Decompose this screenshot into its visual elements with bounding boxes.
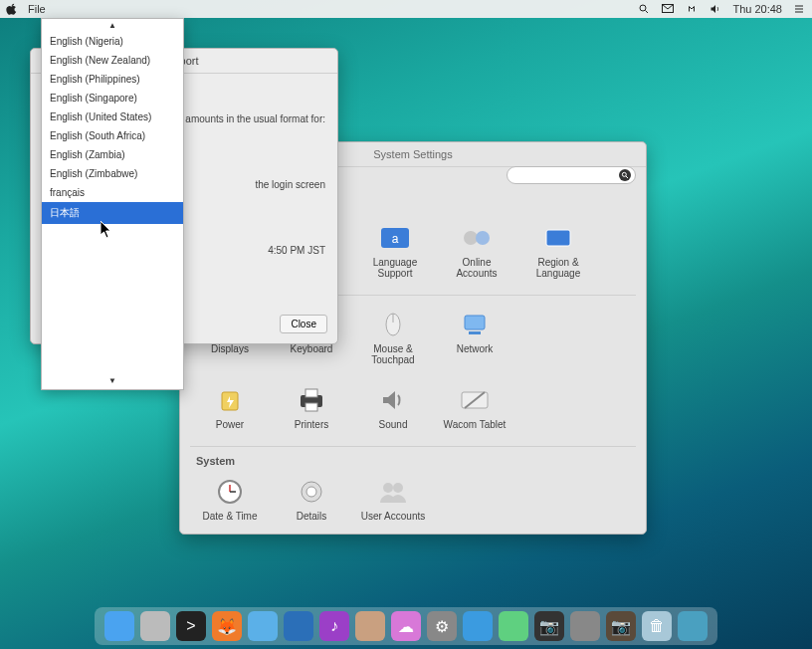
label: Keyboard — [291, 343, 333, 354]
sound-icon — [375, 385, 411, 415]
svg-rect-25 — [305, 389, 317, 397]
dock-gear-icon[interactable]: ⚙ — [427, 611, 457, 641]
dock-thunderbird-icon[interactable] — [284, 611, 313, 641]
label: Region & Language — [522, 257, 594, 279]
dropdown-item[interactable]: English (Philippines) — [42, 70, 183, 89]
label: Wacom Tablet — [444, 419, 507, 430]
dock-finder-icon[interactable] — [104, 611, 134, 641]
language-dropdown[interactable]: ▲ English (Nigeria)English (New Zealand)… — [41, 18, 184, 390]
settings-search-input[interactable] — [507, 166, 636, 184]
file-menu[interactable]: File — [28, 3, 46, 15]
settings-item-user-accounts[interactable]: User Accounts — [357, 477, 429, 522]
svg-line-7 — [626, 176, 628, 178]
dock-mail-icon[interactable] — [248, 611, 278, 641]
dock-person-icon[interactable] — [140, 611, 170, 641]
scroll-up-icon[interactable]: ▲ — [42, 19, 183, 32]
settings-row-hardware2: Power Printers Sound Wacom Tablet — [190, 379, 636, 444]
mail-menubar-icon[interactable] — [661, 2, 675, 16]
dock-trash-icon[interactable]: 🗑 — [642, 611, 672, 641]
svg-point-35 — [393, 483, 403, 493]
svg-point-0 — [640, 5, 646, 11]
settings-item-wacom-tablet[interactable]: Wacom Tablet — [439, 385, 510, 430]
settings-item-printers[interactable]: Printers — [276, 385, 347, 430]
dock-contacts-icon[interactable] — [355, 611, 385, 641]
users-icon — [375, 477, 411, 507]
settings-item-power[interactable]: Power — [194, 385, 266, 430]
dropdown-item[interactable]: English (South Africa) — [42, 126, 183, 145]
dock: >🦊♪☁⚙📷📷🗑 — [95, 607, 717, 645]
wacom-icon — [457, 385, 493, 415]
dropdown-item[interactable]: English (Singapore) — [42, 89, 183, 108]
volume-menubar-icon[interactable] — [709, 2, 722, 16]
online-accounts-icon — [459, 223, 495, 253]
settings-item-date-time[interactable]: Date & Time — [194, 477, 266, 522]
label: Details — [297, 511, 327, 522]
close-button[interactable]: Close — [280, 315, 327, 333]
settings-item-network[interactable]: Network — [439, 310, 510, 365]
svg-rect-26 — [305, 403, 317, 411]
details-icon — [294, 477, 329, 507]
label: Printers — [295, 419, 328, 430]
dropdown-item[interactable]: français — [42, 183, 183, 202]
label: Network — [457, 343, 494, 354]
svg-text:a: a — [392, 232, 399, 246]
settings-item-region-language[interactable]: Region & Language — [522, 223, 594, 279]
dock-camera-dark-icon[interactable]: 📷 — [534, 611, 564, 641]
dock-terminal-icon[interactable]: > — [176, 611, 206, 641]
label: Power — [216, 419, 244, 430]
settings-item-language-support[interactable]: a Language Support — [359, 223, 431, 279]
svg-point-6 — [622, 172, 626, 176]
dock-cloud-icon[interactable]: ☁ — [391, 611, 421, 641]
settings-item-mouse-touchpad[interactable]: Mouse & Touchpad — [357, 310, 429, 365]
label: Mouse & Touchpad — [357, 343, 429, 365]
scroll-down-icon[interactable]: ▼ — [42, 374, 183, 387]
dropdown-item[interactable]: English (Zambia) — [42, 145, 183, 164]
settings-item-online-accounts[interactable]: Online Accounts — [441, 223, 512, 279]
dock-drive-icon[interactable] — [570, 611, 600, 641]
clock-icon — [212, 477, 248, 507]
dock-sys-icon[interactable] — [678, 611, 708, 641]
power-icon — [212, 385, 248, 415]
svg-rect-21 — [465, 316, 485, 329]
menubar: File Thu 20:48 — [0, 0, 812, 18]
dock-camera-icon[interactable]: 📷 — [606, 611, 636, 641]
dropdown-item[interactable]: English (Zimbabwe) — [42, 164, 183, 183]
list-menubar-icon[interactable] — [792, 2, 806, 16]
dock-firefox-icon[interactable]: 🦊 — [212, 611, 242, 641]
dropdown-item[interactable]: English (United States) — [42, 108, 183, 126]
settings-item-sound[interactable]: Sound — [357, 385, 429, 430]
svg-rect-22 — [469, 331, 481, 334]
settings-item-details[interactable]: Details — [276, 477, 347, 522]
region-language-icon — [540, 223, 576, 253]
svg-point-34 — [383, 483, 393, 493]
label: Displays — [211, 343, 249, 354]
dropdown-item[interactable]: 日本語 — [42, 202, 183, 224]
label: Online Accounts — [441, 257, 512, 279]
apple-logo-icon[interactable] — [6, 3, 18, 15]
network-menubar-icon[interactable] — [685, 2, 699, 16]
svg-point-11 — [476, 231, 490, 245]
dropdown-item[interactable]: English (Nigeria) — [42, 32, 183, 51]
dock-music-icon[interactable]: ♪ — [319, 611, 349, 641]
network-icon — [457, 310, 493, 339]
label: User Accounts — [361, 511, 425, 522]
printer-icon — [294, 385, 329, 415]
svg-rect-12 — [546, 230, 570, 246]
mouse-icon — [375, 310, 411, 339]
svg-point-33 — [306, 487, 316, 497]
dock-app-icon[interactable] — [499, 611, 528, 641]
settings-row-system: Date & Time Details User Accounts — [190, 471, 636, 536]
svg-line-1 — [646, 11, 649, 14]
dock-screen-icon[interactable] — [463, 611, 493, 641]
search-icon — [619, 169, 631, 181]
dropdown-item[interactable]: English (New Zealand) — [42, 51, 183, 70]
label: Sound — [379, 419, 408, 430]
svg-point-10 — [464, 231, 478, 245]
clock-menubar[interactable]: Thu 20:48 — [732, 3, 782, 15]
search-menubar-icon[interactable] — [637, 2, 651, 16]
section-system-label: System — [196, 455, 636, 467]
label: Date & Time — [202, 511, 257, 522]
language-support-icon: a — [377, 223, 413, 253]
label: Language Support — [359, 257, 431, 279]
